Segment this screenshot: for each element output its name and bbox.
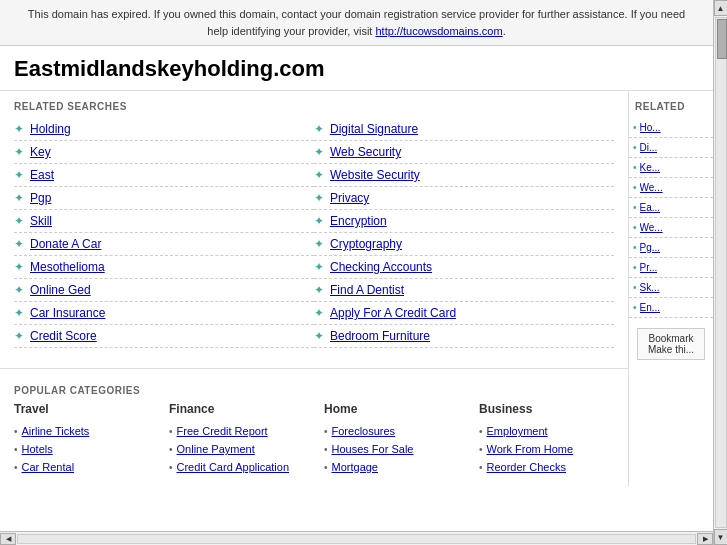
scroll-track[interactable]	[715, 17, 727, 528]
popular-link[interactable]: Mortgage	[332, 461, 378, 473]
scroll-down-button[interactable]: ▼	[714, 529, 728, 545]
scroll-up-button[interactable]: ▲	[714, 0, 728, 16]
arrow-icon: ✦	[314, 168, 324, 182]
right-search-item: ✦Apply For A Credit Card	[314, 302, 614, 325]
popular-col: TravelAirline TicketsHotelsCar Rental	[14, 402, 149, 476]
search-link[interactable]: Online Ged	[30, 283, 91, 297]
popular-item: Reorder Checks	[479, 458, 614, 476]
search-link[interactable]: Website Security	[330, 168, 420, 182]
search-link[interactable]: Holding	[30, 122, 71, 136]
scroll-thumb[interactable]	[717, 19, 727, 59]
search-link[interactable]: Mesothelioma	[30, 260, 105, 274]
arrow-icon: ✦	[14, 260, 24, 274]
popular-item: Credit Card Application	[169, 458, 304, 476]
sidebar-link[interactable]: Pg...	[640, 242, 661, 253]
sidebar-items: •Ho...•Di...•Ke...•We...•Ea...•We...•Pg.…	[629, 118, 713, 318]
left-search-item: ✦Holding	[14, 118, 314, 141]
right-search-col: ✦Digital Signature✦Web Security✦Website …	[314, 118, 614, 348]
arrow-icon: ✦	[314, 283, 324, 297]
sidebar-link[interactable]: Sk...	[640, 282, 660, 293]
sidebar-search-item: •En...	[629, 298, 713, 318]
scroll-left-button[interactable]: ◀	[0, 533, 16, 545]
popular-item: Car Rental	[14, 458, 149, 476]
scroll-right-button[interactable]: ▶	[697, 533, 713, 545]
popular-link[interactable]: Hotels	[22, 443, 53, 455]
search-link[interactable]: Bedroom Furniture	[330, 329, 430, 343]
popular-col-title: Finance	[169, 402, 304, 416]
search-link[interactable]: Skill	[30, 214, 52, 228]
arrow-icon: •	[633, 162, 637, 173]
search-link[interactable]: Checking Accounts	[330, 260, 432, 274]
right-search-item: ✦Website Security	[314, 164, 614, 187]
popular-link[interactable]: Airline Tickets	[22, 425, 90, 437]
vertical-scrollbar[interactable]: ▲ ▼	[713, 0, 727, 545]
banner-link[interactable]: http://tucowsdomains.com	[375, 25, 502, 37]
banner-text1: This domain has expired. If you owned th…	[28, 8, 685, 20]
arrow-icon: ✦	[314, 214, 324, 228]
arrow-icon: ✦	[14, 214, 24, 228]
popular-link[interactable]: Foreclosures	[332, 425, 396, 437]
site-title: Eastmidlandskeyholding.com	[0, 46, 713, 91]
sidebar-link[interactable]: Ho...	[640, 122, 661, 133]
arrow-icon: ✦	[314, 122, 324, 136]
search-link[interactable]: Credit Score	[30, 329, 97, 343]
popular-link[interactable]: Houses For Sale	[332, 443, 414, 455]
popular-section: POPULAR CATEGORIES TravelAirline Tickets…	[0, 368, 628, 476]
popular-link[interactable]: Car Rental	[22, 461, 75, 473]
search-link[interactable]: Pgp	[30, 191, 51, 205]
search-link[interactable]: Digital Signature	[330, 122, 418, 136]
top-banner: This domain has expired. If you owned th…	[0, 0, 713, 46]
arrow-icon: ✦	[14, 168, 24, 182]
search-columns: ✦Holding✦Key✦East✦Pgp✦Skill✦Donate A Car…	[0, 118, 628, 348]
sidebar-bottom: Bookmark Make thi...	[629, 318, 713, 368]
sidebar-link[interactable]: Ea...	[640, 202, 661, 213]
sidebar-link[interactable]: Ke...	[640, 162, 661, 173]
sidebar-search-item: •Ke...	[629, 158, 713, 178]
arrow-icon: ✦	[314, 329, 324, 343]
banner-text2: help identifying your provider, visit	[207, 25, 375, 37]
arrow-icon: ✦	[14, 145, 24, 159]
popular-link[interactable]: Reorder Checks	[487, 461, 566, 473]
arrow-icon: ✦	[14, 191, 24, 205]
sidebar-link[interactable]: We...	[640, 182, 663, 193]
left-search-item: ✦Credit Score	[14, 325, 314, 348]
search-link[interactable]: East	[30, 168, 54, 182]
popular-item: Mortgage	[324, 458, 459, 476]
arrow-icon: •	[633, 182, 637, 193]
horizontal-scrollbar[interactable]: ◀ ▶	[0, 531, 713, 545]
left-column: RELATED SEARCHES ✦Holding✦Key✦East✦Pgp✦S…	[0, 91, 628, 486]
sidebar-search-item: •Di...	[629, 138, 713, 158]
arrow-icon: •	[633, 262, 637, 273]
sidebar-search-item: •Pr...	[629, 258, 713, 278]
make-label: Make thi...	[644, 344, 698, 355]
arrow-icon: ✦	[314, 145, 324, 159]
search-link[interactable]: Key	[30, 145, 51, 159]
popular-link[interactable]: Online Payment	[177, 443, 255, 455]
left-search-item: ✦Pgp	[14, 187, 314, 210]
popular-link[interactable]: Work From Home	[487, 443, 574, 455]
popular-item: Free Credit Report	[169, 422, 304, 440]
right-search-item: ✦Privacy	[314, 187, 614, 210]
search-link[interactable]: Encryption	[330, 214, 387, 228]
sidebar-link[interactable]: Di...	[640, 142, 658, 153]
search-link[interactable]: Web Security	[330, 145, 401, 159]
search-link[interactable]: Privacy	[330, 191, 369, 205]
sidebar-link[interactable]: En...	[640, 302, 661, 313]
arrow-icon: ✦	[314, 306, 324, 320]
search-link[interactable]: Find A Dentist	[330, 283, 404, 297]
main-content: RELATED SEARCHES ✦Holding✦Key✦East✦Pgp✦S…	[0, 91, 713, 486]
search-link[interactable]: Donate A Car	[30, 237, 101, 251]
arrow-icon: •	[633, 142, 637, 153]
popular-link[interactable]: Credit Card Application	[177, 461, 290, 473]
popular-link[interactable]: Employment	[487, 425, 548, 437]
left-search-item: ✦Online Ged	[14, 279, 314, 302]
hscroll-track[interactable]	[17, 534, 696, 544]
search-link[interactable]: Car Insurance	[30, 306, 105, 320]
sidebar-search-item: •Sk...	[629, 278, 713, 298]
sidebar-link[interactable]: We...	[640, 222, 663, 233]
sidebar-search-item: •We...	[629, 218, 713, 238]
search-link[interactable]: Apply For A Credit Card	[330, 306, 456, 320]
sidebar-link[interactable]: Pr...	[640, 262, 658, 273]
search-link[interactable]: Cryptography	[330, 237, 402, 251]
popular-link[interactable]: Free Credit Report	[177, 425, 268, 437]
